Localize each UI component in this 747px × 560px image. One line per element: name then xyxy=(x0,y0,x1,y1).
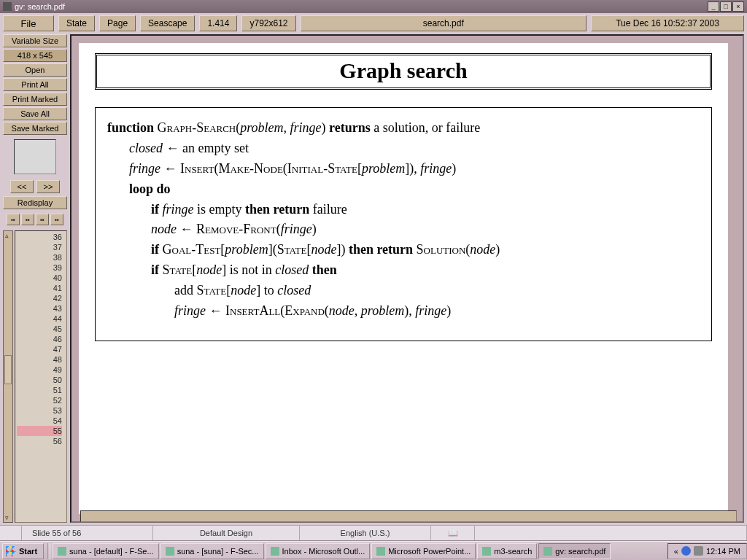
scroll-up-icon[interactable]: ▵ xyxy=(5,232,9,239)
page-number-item[interactable]: 40 xyxy=(17,273,62,283)
zoom-display[interactable]: 1.414 xyxy=(199,15,237,31)
clock[interactable]: 12:14 PM xyxy=(706,547,740,556)
gv-toolbar: File State Page Seascape 1.414 y792x612 … xyxy=(3,15,744,31)
file-menu[interactable]: File xyxy=(3,15,54,31)
scroll-thumb[interactable] xyxy=(4,355,12,384)
maximize-button[interactable]: □ xyxy=(720,1,732,12)
view-mode-grid: ▪▪ ▪▪ ▪▪ ▪▪ xyxy=(3,212,67,227)
page-number-item[interactable]: 44 xyxy=(17,314,62,324)
tray-expand-button[interactable]: « xyxy=(674,547,678,556)
scroll-down-icon[interactable]: ▿ xyxy=(5,514,9,521)
t: ] is not in xyxy=(222,262,275,277)
t: State xyxy=(277,242,307,257)
page-number-item[interactable]: 48 xyxy=(17,354,62,365)
gv-sidebar: Variable Size 418 x 545 Open Print All P… xyxy=(3,34,67,523)
ppt-scrollbar[interactable] xyxy=(475,526,747,540)
document-page: Graph search function Graph-Search(probl… xyxy=(79,43,728,514)
taskbar-item[interactable]: suna - [default] - F-Se... xyxy=(53,543,159,559)
page-thumbnail[interactable] xyxy=(14,139,56,174)
taskbar-item[interactable]: Microsoft PowerPoint... xyxy=(371,543,476,559)
t: fringe xyxy=(129,161,160,176)
document-name[interactable]: search.pdf xyxy=(301,15,587,31)
slide-counter: Slide 55 of 56 xyxy=(22,526,153,540)
view-mode-4[interactable]: ▪▪ xyxy=(50,214,63,225)
page-number-item[interactable]: 45 xyxy=(17,324,62,334)
print-all-button[interactable]: Print All xyxy=(3,78,67,91)
page-number-item[interactable]: 42 xyxy=(17,293,62,303)
view-mode-2[interactable]: ▪▪ xyxy=(21,214,34,225)
page-number-item[interactable]: 39 xyxy=(17,262,62,273)
tray-icon-2[interactable] xyxy=(694,546,703,556)
save-all-button[interactable]: Save All xyxy=(3,107,67,120)
page-number-item[interactable]: 53 xyxy=(17,405,62,416)
save-marked-button[interactable]: Save Marked xyxy=(3,122,67,135)
bbox-display[interactable]: y792x612 xyxy=(241,15,295,31)
t: State xyxy=(197,283,227,298)
spellcheck-icon[interactable]: 📖 xyxy=(431,526,475,540)
t: ← xyxy=(206,303,225,318)
design-name[interactable]: Default Design xyxy=(153,526,300,540)
page-number-item[interactable]: 43 xyxy=(17,303,62,314)
fn-graph-search: Graph-Search xyxy=(158,120,236,135)
t: Insert xyxy=(180,161,214,176)
orientation-menu[interactable]: Seascape xyxy=(140,15,195,31)
open-button[interactable]: Open xyxy=(3,63,67,77)
t: State xyxy=(163,262,193,277)
print-marked-button[interactable]: Print Marked xyxy=(3,93,67,106)
page-number-item[interactable]: 54 xyxy=(17,416,62,426)
t: fringe xyxy=(281,222,312,236)
start-button[interactable]: Start xyxy=(2,543,44,559)
next-page-button[interactable]: >> xyxy=(36,180,60,193)
t: ) xyxy=(452,161,456,176)
page-number-item[interactable]: 38 xyxy=(17,252,62,262)
page-number-item[interactable]: 55 xyxy=(17,426,62,436)
state-menu[interactable]: State xyxy=(58,15,95,31)
page-list-scrollbar[interactable]: ▵ ▿ xyxy=(3,230,13,523)
taskbar: Start suna - [default] - F-Se...suna - [… xyxy=(0,541,747,560)
page-number-list[interactable]: 3637383940414243444546474849505152535455… xyxy=(15,230,67,523)
t: closed xyxy=(277,283,311,298)
taskbar-item-label: gv: search.pdf xyxy=(555,547,605,556)
page-number-item[interactable]: 47 xyxy=(17,344,62,354)
minimize-button[interactable]: _ xyxy=(708,1,719,12)
page-number-item[interactable]: 49 xyxy=(17,365,62,375)
page-number-item[interactable]: 41 xyxy=(17,283,62,293)
start-label: Start xyxy=(19,547,37,556)
variable-size-button[interactable]: Variable Size xyxy=(3,34,67,47)
redisplay-button[interactable]: Redisplay xyxy=(3,196,67,209)
t: fringe xyxy=(415,303,446,318)
app-icon xyxy=(376,547,385,556)
page-number-item[interactable]: 36 xyxy=(17,232,62,242)
tray-icon-1[interactable] xyxy=(681,546,691,556)
app-icon xyxy=(482,547,491,556)
t: Solution xyxy=(417,242,466,257)
taskbar-item[interactable]: Inbox - Microsoft Outl... xyxy=(266,543,371,559)
page-number-item[interactable]: 50 xyxy=(17,375,62,385)
page-number-item[interactable]: 52 xyxy=(17,395,62,405)
taskbar-item[interactable]: gv: search.pdf xyxy=(538,543,611,559)
app-titlebar: gv: search.pdf _ □ × xyxy=(0,0,747,13)
t: InsertAll xyxy=(225,303,280,318)
page-number-item[interactable]: 51 xyxy=(17,385,62,395)
t: if xyxy=(151,202,163,217)
t: ) xyxy=(312,222,317,236)
view-mode-3[interactable]: ▪▪ xyxy=(36,214,49,225)
t: ), xyxy=(404,303,415,318)
taskbar-separator xyxy=(47,543,50,559)
ppt-view-icon[interactable] xyxy=(0,526,22,540)
gv-horizontal-scrollbar[interactable] xyxy=(80,510,737,522)
document-viewport[interactable]: Graph search function Graph-Search(probl… xyxy=(70,34,744,523)
taskbar-item[interactable]: m3-search xyxy=(477,543,537,559)
page-number-item[interactable]: 56 xyxy=(17,436,62,446)
t: ) xyxy=(322,120,326,135)
page-number-item[interactable]: 37 xyxy=(17,242,62,252)
dimensions-display[interactable]: 418 x 545 xyxy=(3,49,67,62)
page-menu[interactable]: Page xyxy=(99,15,136,31)
view-mode-1[interactable]: ▪▪ xyxy=(7,214,20,225)
page-number-item[interactable]: 46 xyxy=(17,334,62,344)
prev-page-button[interactable]: << xyxy=(10,180,34,193)
language-display[interactable]: English (U.S.) xyxy=(300,526,431,540)
close-button[interactable]: × xyxy=(732,1,744,12)
t: Goal-Test xyxy=(163,242,221,257)
taskbar-item[interactable]: suna - [suna] - F-Sec... xyxy=(160,543,264,559)
